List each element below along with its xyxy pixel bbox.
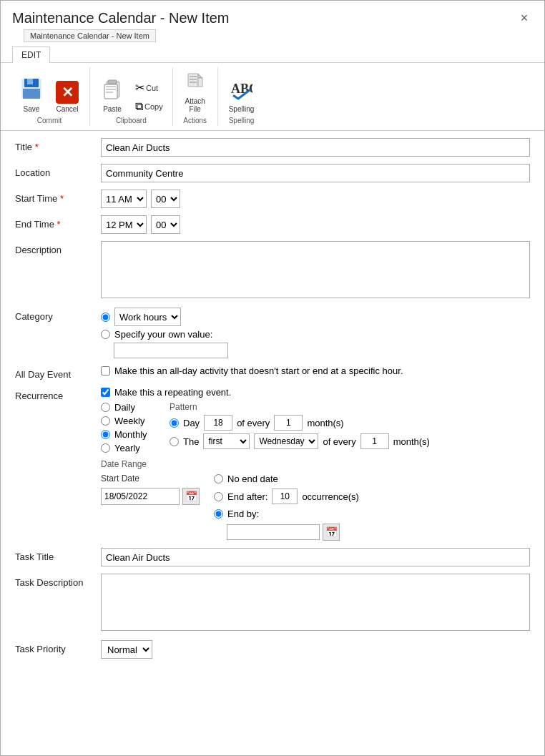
end-hour-select[interactable]: 12 PM 1 PM 2 PM (101, 215, 147, 234)
svg-marker-11 (198, 74, 202, 78)
category-select[interactable]: Work hours Personal Other (114, 308, 181, 326)
end-by-calendar-button[interactable]: 📅 (323, 524, 340, 541)
title-input[interactable] (101, 138, 530, 157)
task-title-control (101, 548, 530, 566)
pattern-day-input[interactable] (204, 415, 232, 431)
category-workhours-radio[interactable] (101, 313, 110, 322)
pattern-month2-input[interactable] (360, 433, 389, 449)
task-description-control (101, 574, 530, 633)
pattern-weekday-select[interactable]: Wednesday Monday Tuesday Thursday Friday… (254, 433, 318, 449)
end-by-date-row: 📅 (227, 524, 359, 541)
cancel-button[interactable]: ✕ Cancel (51, 79, 84, 115)
recurrence-inner: Daily Weekly Monthly Yearly (101, 402, 530, 453)
spelling-button[interactable]: ABC Spelling (224, 75, 260, 115)
task-priority-control: Normal High Low (101, 640, 530, 659)
recur-daily-row: Daily (101, 402, 151, 413)
pattern-the-radio[interactable] (170, 437, 179, 446)
end-after-radio[interactable] (214, 492, 223, 501)
ribbon-clipboard-group: Paste ✂ Cut ⧉ Copy Clipboard (90, 67, 173, 126)
pattern-month-input[interactable] (274, 415, 303, 431)
actions-buttons: Attach File (179, 67, 212, 115)
commit-group-label: Commit (15, 115, 84, 126)
all-day-checkbox[interactable] (101, 366, 110, 375)
recur-monthly-radio[interactable] (101, 430, 110, 439)
paste-icon (101, 77, 124, 104)
start-date-input[interactable] (101, 488, 180, 505)
description-textarea[interactable] (101, 241, 530, 298)
of-every2-label: of every (323, 436, 355, 447)
end-time-label: End Time * (15, 215, 101, 230)
pattern-day-radio[interactable] (170, 418, 179, 428)
location-row: Location (15, 164, 530, 182)
cut-button[interactable]: ✂ Cut (132, 79, 167, 97)
no-end-radio[interactable] (214, 474, 223, 483)
description-label: Description (15, 241, 101, 255)
start-date-calendar-button[interactable]: 📅 (182, 488, 200, 505)
category-row: Category Work hours Personal Other Speci… (15, 308, 530, 358)
start-time-label: Start Time * (15, 190, 101, 204)
svg-rect-7 (106, 86, 116, 87)
title-control (101, 138, 530, 157)
recur-weekly-radio[interactable] (101, 416, 110, 426)
end-min-select[interactable]: 00 15 30 45 (151, 215, 180, 234)
pattern-section: Pattern Day of every month(s) (170, 402, 430, 452)
cut-copy-group: ✂ Cut ⧉ Copy (132, 79, 167, 115)
task-description-row: Task Description (15, 574, 530, 633)
recurrence-checkbox[interactable] (101, 388, 110, 397)
recur-monthly-label: Monthly (114, 429, 147, 440)
recur-daily-radio[interactable] (101, 403, 110, 412)
attach-file-button[interactable]: Attach File (179, 67, 212, 115)
category-specify-radio[interactable] (101, 330, 110, 339)
end-by-radio[interactable] (214, 509, 223, 519)
svg-rect-3 (23, 89, 40, 99)
date-range-section: Date Range Start Date 📅 (101, 459, 530, 541)
recur-yearly-radio[interactable] (101, 443, 110, 453)
main-window: Maintenance Calendar - New Item × Mainte… (0, 0, 545, 756)
svg-rect-10 (188, 74, 198, 87)
start-hour-select[interactable]: 11 AM 12 PM 1 PM (101, 190, 147, 208)
ribbon-actions-group: Attach File Actions (173, 67, 218, 126)
all-day-row: All Day Event Make this an all-day activ… (15, 365, 530, 380)
svg-rect-5 (108, 80, 117, 84)
start-date-input-row: 📅 (101, 488, 200, 505)
close-button[interactable]: × (516, 9, 533, 26)
start-min-select[interactable]: 00 15 30 45 (151, 190, 180, 208)
commit-buttons: Save ✕ Cancel (15, 67, 84, 115)
date-range-label: Date Range (101, 459, 530, 469)
description-control (101, 241, 530, 300)
tab-edit[interactable]: EDIT (12, 46, 50, 63)
task-priority-select[interactable]: Normal High Low (101, 640, 152, 659)
task-title-row: Task Title (15, 548, 530, 566)
cancel-icon: ✕ (56, 81, 79, 104)
category-radio-specify: Specify your own value: (101, 329, 530, 340)
category-specify-input[interactable] (114, 343, 228, 358)
months-label: month(s) (307, 418, 343, 428)
location-control (101, 164, 530, 182)
pattern-the-select[interactable]: first second third fourth last (203, 433, 250, 449)
recur-yearly-label: Yearly (114, 443, 140, 453)
svg-rect-12 (198, 78, 202, 87)
copy-button[interactable]: ⧉ Copy (132, 98, 167, 115)
save-icon (20, 77, 43, 104)
end-after-input[interactable] (272, 489, 298, 504)
end-after-row: End after: occurrence(s) (214, 489, 359, 504)
paste-label: Paste (103, 105, 122, 113)
date-start-col: Start Date 📅 (101, 473, 200, 505)
title-row: Title * (15, 138, 530, 157)
date-end-col: No end date End after: occurrence(s) End (214, 473, 359, 541)
copy-icon: ⧉ (135, 100, 143, 113)
start-time-selects: 11 AM 12 PM 1 PM 00 15 30 45 (101, 190, 530, 208)
pattern-the-row: The first second third fourth last Wedne… (170, 433, 430, 449)
end-by-input[interactable] (227, 524, 320, 540)
paste-button[interactable]: Paste (96, 75, 129, 115)
task-title-input[interactable] (101, 548, 530, 566)
save-button[interactable]: Save (15, 75, 48, 115)
task-description-textarea[interactable] (101, 574, 530, 631)
svg-text:ABC: ABC (231, 82, 252, 96)
form-area: Title * Location Start Time * 11 AM (1, 131, 544, 673)
recurrence-check-row: Make this a repeating event. (101, 387, 530, 398)
location-input[interactable] (101, 164, 530, 182)
recurrence-control: Make this a repeating event. Daily Weekl… (101, 387, 530, 541)
all-day-control: Make this an all-day activity that doesn… (101, 365, 530, 376)
cut-icon: ✂ (135, 81, 144, 94)
